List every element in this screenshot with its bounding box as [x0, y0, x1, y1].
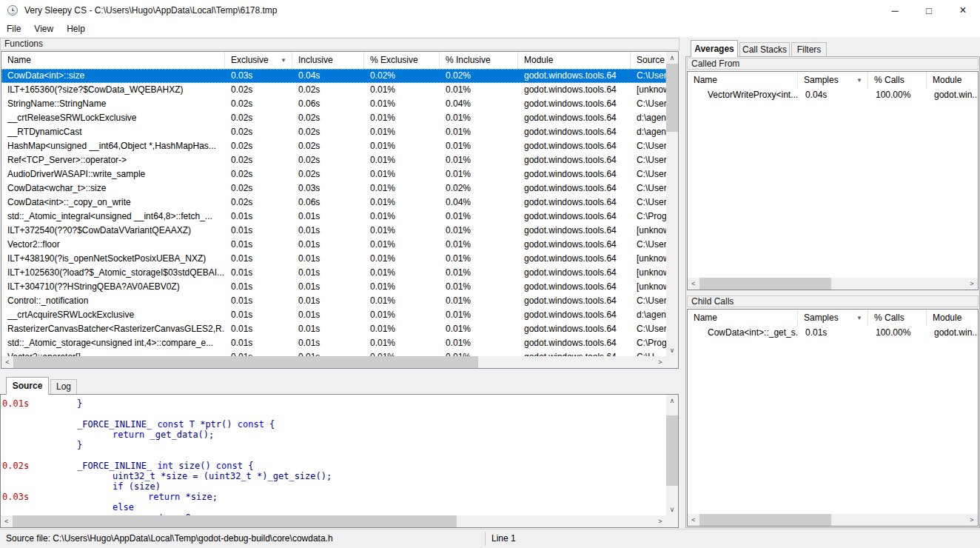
column-header-module[interactable]: Module — [927, 310, 978, 326]
maximize-button[interactable]: □ — [912, 0, 946, 21]
scrollbar-thumb[interactable] — [666, 64, 678, 132]
source-vertical-scrollbar[interactable]: ∧ ∨ — [666, 395, 678, 515]
column-header-source[interactable]: Source — [631, 52, 666, 69]
scroll-down-icon[interactable]: ∨ — [666, 344, 678, 356]
menu-view[interactable]: View — [27, 21, 60, 37]
menu-help[interactable]: Help — [60, 21, 92, 37]
scroll-down-icon[interactable]: ∨ — [666, 504, 678, 515]
scroll-left-icon[interactable]: < — [1, 356, 13, 368]
exclusive-time: 0.01s — [225, 322, 292, 336]
inclusive-time: 0.02s — [292, 153, 364, 167]
inclusive-pct: 0.01% — [440, 238, 518, 252]
functions-horizontal-scrollbar[interactable]: < > — [1, 356, 666, 368]
tab-filters[interactable]: Filters — [791, 42, 827, 57]
title-bar[interactable]: Very Sleepy CS - C:\Users\Hugo\AppData\L… — [0, 0, 980, 21]
column-header-module[interactable]: Module — [518, 52, 631, 69]
function-row[interactable]: CowData<int>::size0.03s0.04s0.02%0.02%go… — [1, 69, 666, 83]
scrollbar-thumb[interactable] — [13, 356, 478, 368]
function-row[interactable]: StringName::StringName0.02s0.06s0.01%0.0… — [1, 97, 666, 111]
scrollbar-track[interactable] — [666, 407, 678, 504]
scrollbar-track[interactable] — [13, 356, 654, 368]
scrollbar-track[interactable] — [699, 278, 966, 290]
function-row[interactable]: HashMap<unsigned __int64,Object *,HashMa… — [1, 139, 666, 153]
function-row[interactable]: RasterizerCanvasBatcher<RasterizerCanvas… — [1, 322, 666, 336]
scrollbar-thumb[interactable] — [13, 515, 457, 527]
function-row[interactable]: ILT+1025630(?load?$_Atomic_storageI$03st… — [1, 266, 666, 280]
column-header-pct-calls[interactable]: % Calls — [868, 72, 927, 88]
scroll-left-icon[interactable]: < — [1, 515, 13, 527]
scroll-right-icon[interactable]: > — [966, 278, 978, 290]
scrollbar-track[interactable] — [13, 515, 654, 527]
code-keyword: int — [157, 461, 173, 471]
tab-label: Averages — [694, 44, 734, 54]
function-row[interactable]: Ref<TCP_Server>::operator->0.02s0.02s0.0… — [1, 153, 666, 167]
tab-averages[interactable]: Averages — [691, 40, 738, 57]
column-header-samples[interactable]: Samples▼ — [798, 310, 868, 326]
function-row[interactable]: __RTDynamicCast0.02s0.02s0.01%0.01%godot… — [1, 125, 666, 139]
scrollbar-thumb[interactable] — [699, 278, 831, 290]
source-path: C:\User — [631, 196, 666, 210]
source-path: C:\User — [631, 167, 666, 181]
tab-log[interactable]: Log — [50, 379, 77, 394]
child-calls-horizontal-scrollbar[interactable]: < > — [688, 514, 978, 526]
function-row[interactable]: AudioDriverWASAPI::write_sample0.02s0.02… — [1, 167, 666, 181]
scroll-left-icon[interactable]: < — [688, 514, 699, 526]
minimize-button[interactable]: ─ — [878, 0, 912, 21]
scrollbar-track[interactable] — [666, 64, 678, 344]
function-row[interactable]: Vector2::operator[]0.01s0.01s0.01%0.01%g… — [1, 350, 666, 356]
source-path: d:\agen — [631, 308, 666, 322]
menu-file[interactable]: File — [0, 21, 27, 37]
tab-source[interactable]: Source — [6, 377, 49, 395]
function-row[interactable]: __crtReleaseSRWLockExclusive0.02s0.02s0.… — [1, 111, 666, 125]
scrollbar-track[interactable] — [699, 514, 966, 526]
function-row[interactable]: std::_Atomic_integral<unsigned __int64,8… — [1, 210, 666, 224]
function-row[interactable]: ILT+438190(?is_openNetSocketPosixUEBA_NX… — [1, 252, 666, 266]
column-header-name[interactable]: Name — [688, 310, 798, 326]
function-name: __RTDynamicCast — [1, 125, 225, 139]
column-header-name[interactable]: Name — [688, 72, 798, 88]
scroll-up-icon[interactable]: ∧ — [666, 395, 678, 407]
function-row[interactable]: ILT+304710(??HStringQEBA?AV0AEBV0Z)0.01s… — [1, 280, 666, 294]
function-row[interactable]: ILT+372540(??0?$CowDataVVariantQEAAXZ)0.… — [1, 224, 666, 238]
source-horizontal-scrollbar[interactable]: < > — [1, 515, 666, 527]
column-header-samples[interactable]: Samples▼ — [798, 72, 868, 88]
code-fragment: _FORCE_INLINE_ — [77, 419, 157, 430]
function-row[interactable]: Vector2::floor0.01s0.01s0.01%0.01%godot.… — [1, 238, 666, 252]
scroll-right-icon[interactable]: > — [966, 514, 978, 526]
exclusive-pct: 0.01% — [364, 181, 440, 196]
source-path: d:\agen — [631, 111, 666, 125]
scroll-left-icon[interactable]: < — [688, 278, 699, 290]
scroll-right-icon[interactable]: > — [654, 356, 666, 368]
scrollbar-thumb[interactable] — [666, 415, 678, 486]
column-header-pct-calls[interactable]: % Calls — [868, 310, 927, 326]
exclusive-time: 0.02s — [225, 153, 292, 167]
column-header-pct-exclusive[interactable]: % Exclusive — [364, 52, 440, 69]
close-button[interactable]: × — [946, 0, 980, 21]
column-header-name[interactable]: Name — [1, 52, 225, 69]
functions-vertical-scrollbar[interactable]: ∧ ∨ — [666, 52, 678, 356]
function-row[interactable]: ILT+165360(?size?$CowData_WQEBAHXZ)0.02s… — [1, 83, 666, 97]
list-item[interactable]: CowData<int>::_get_s...0.01s100.00%godot… — [688, 326, 978, 340]
scrollbar-thumb[interactable] — [699, 514, 831, 526]
list-item[interactable]: VectorWriteProxy<int...0.04s100.00%godot… — [688, 88, 978, 102]
very-sleepy-window: Very Sleepy CS - C:\Users\Hugo\AppData\L… — [0, 0, 980, 548]
function-row[interactable]: __crtAcquireSRWLockExclusive0.01s0.01s0.… — [1, 308, 666, 322]
tab-call-stacks[interactable]: Call Stacks — [739, 42, 790, 57]
scroll-up-icon[interactable]: ∧ — [666, 52, 678, 64]
function-row[interactable]: Control::_notification0.01s0.01s0.01%0.0… — [1, 294, 666, 308]
function-row[interactable]: std::_Atomic_storage<unsigned int,4>::co… — [1, 336, 666, 350]
pct-calls-value: 100.00% — [868, 326, 927, 340]
scroll-right-icon[interactable]: > — [654, 515, 666, 527]
source-code[interactable]: 0.01s}_FORCE_INLINE_ const T *ptr() cons… — [1, 395, 666, 515]
function-row[interactable]: CowData<int>::_copy_on_write0.02s0.06s0.… — [1, 196, 666, 210]
called-from-horizontal-scrollbar[interactable]: < > — [688, 278, 978, 290]
function-row[interactable]: CowData<wchar_t>::size0.02s0.03s0.01%0.0… — [1, 181, 666, 196]
column-header-pct-inclusive[interactable]: % Inclusive — [440, 52, 518, 69]
code-line: else — [1, 502, 666, 512]
column-header-module[interactable]: Module — [927, 72, 978, 88]
column-header-exclusive[interactable]: Exclusive▼ — [225, 52, 292, 69]
code-line: if (size) — [1, 481, 666, 492]
exclusive-pct: 0.01% — [364, 252, 440, 266]
column-header-inclusive[interactable]: Inclusive — [292, 52, 364, 69]
called-from-table: Name Samples▼ % Calls Module VectorWrite… — [687, 71, 979, 290]
